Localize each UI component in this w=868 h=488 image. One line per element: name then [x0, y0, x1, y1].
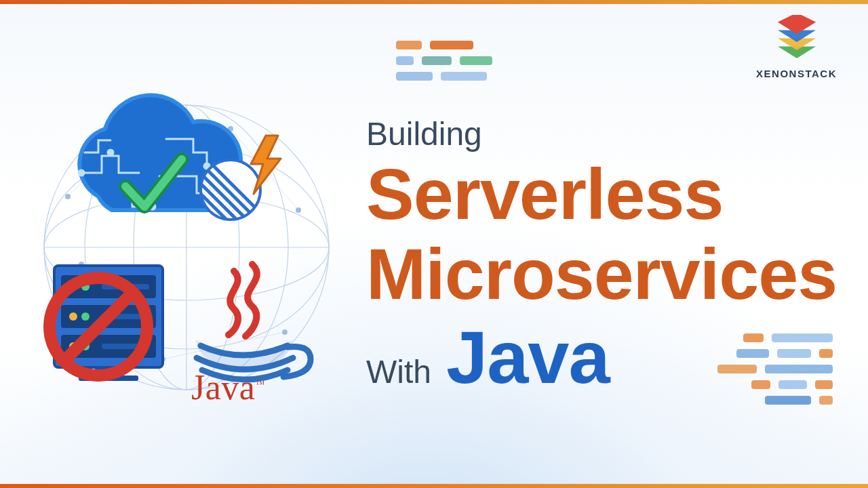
decor-bar — [396, 72, 433, 81]
hero-banner: XENONSTACK Building Serverless Microserv… — [0, 0, 868, 488]
decor-bar-row — [765, 396, 833, 405]
decor-bar — [743, 333, 764, 342]
decor-bar — [815, 380, 833, 389]
title-with-label: With — [366, 353, 431, 390]
lightning-icon — [251, 136, 281, 194]
decor-bar — [765, 396, 811, 405]
decor-bar-row — [396, 56, 492, 65]
svg-marker-40 — [251, 136, 281, 194]
title-emphasis: Java — [446, 320, 610, 394]
decor-bar — [736, 349, 769, 358]
decor-bar-row — [736, 349, 833, 358]
svg-point-25 — [79, 170, 84, 176]
title-line1: Serverless — [366, 157, 837, 230]
decor-bar — [717, 365, 757, 373]
svg-point-26 — [108, 150, 113, 155]
decor-bar — [422, 56, 452, 65]
svg-point-50 — [81, 312, 90, 321]
svg-point-49 — [69, 312, 77, 321]
decor-bar — [460, 56, 492, 65]
decor-bar — [819, 349, 833, 358]
svg-point-19 — [296, 207, 301, 213]
decor-bar — [441, 72, 487, 81]
decor-bar — [778, 380, 807, 389]
brand-name: XENONSTACK — [756, 68, 837, 79]
svg-point-22 — [282, 329, 288, 335]
decor-bar-row — [751, 380, 833, 389]
java-cup-icon — [197, 264, 311, 380]
java-wordmark-text: Java — [191, 368, 255, 407]
decor-bar — [430, 41, 473, 49]
bottom-border — [0, 484, 868, 488]
decor-bars-top — [396, 41, 492, 81]
decor-bar — [765, 365, 833, 373]
java-wordmark: Java™ — [191, 367, 265, 407]
decor-bars-bottom — [717, 333, 833, 405]
decor-bar-row — [396, 41, 492, 49]
decor-bar — [751, 380, 770, 389]
svg-point-23 — [65, 194, 71, 199]
java-trademark: ™ — [255, 379, 264, 389]
title-line2: Microservices — [366, 237, 837, 310]
brand-logo: XENONSTACK — [756, 15, 837, 79]
decor-bar — [819, 396, 833, 405]
decor-bar — [777, 349, 811, 358]
decor-bar-row — [743, 333, 833, 342]
xenonstack-mark-icon — [769, 15, 825, 64]
decor-bar — [772, 333, 833, 342]
decor-bar-row — [396, 72, 492, 81]
decor-bar — [396, 41, 422, 49]
title-pretitle: Building — [366, 118, 837, 150]
illustration: Java™ — [27, 88, 346, 407]
decor-bar-row — [717, 365, 833, 373]
decor-bar — [396, 56, 414, 65]
top-border — [0, 0, 868, 4]
